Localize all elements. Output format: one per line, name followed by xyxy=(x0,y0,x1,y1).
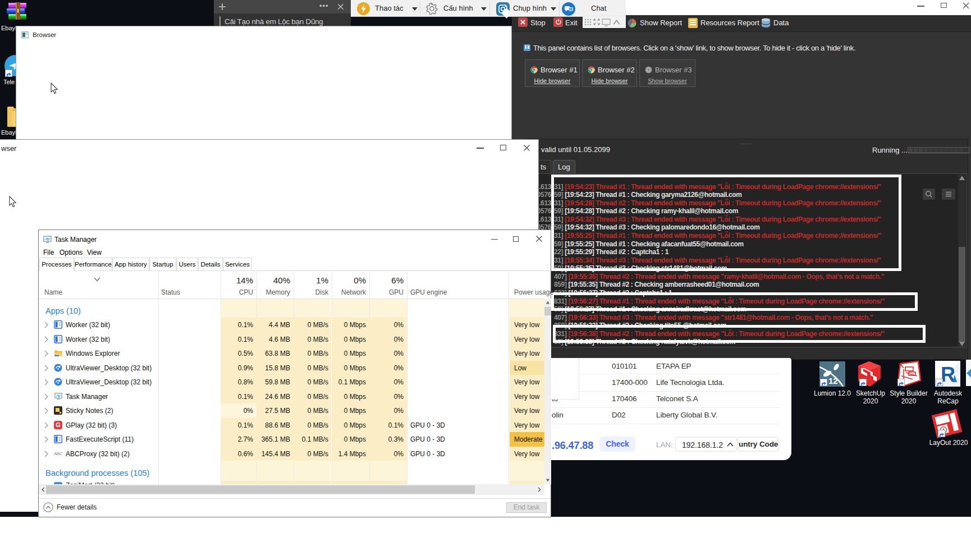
svg-text:12: 12 xyxy=(828,376,838,385)
